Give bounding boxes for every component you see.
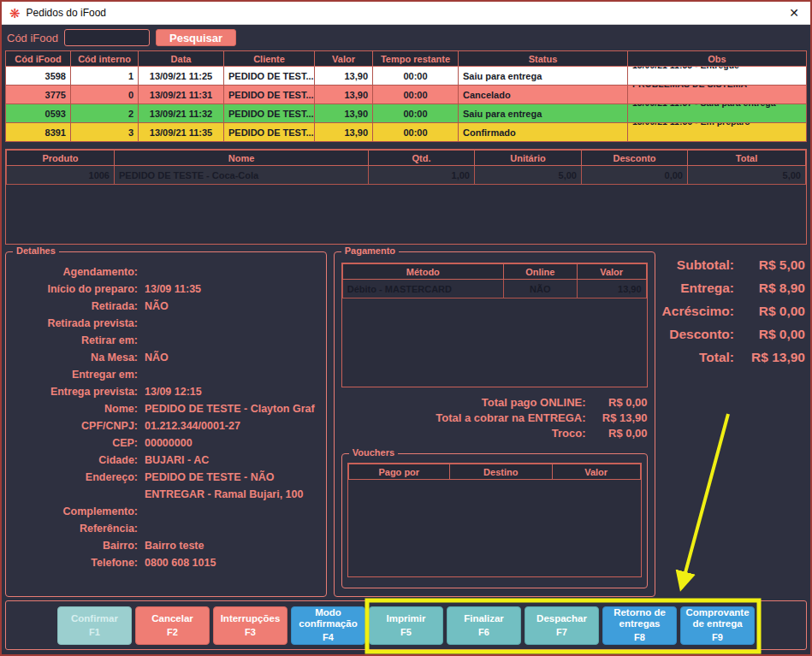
status-cell: Saiu para entrega — [459, 67, 628, 86]
obs-text: 13/09/21 11:33 - Entregue — [632, 67, 739, 71]
button-key: F7 — [556, 627, 567, 638]
products-header-unitario: Unitário — [475, 151, 582, 166]
button-key: F6 — [478, 627, 489, 638]
order-row[interactable]: 3775 0 13/09/21 11:31 PEDIDO DE TEST... … — [6, 86, 807, 104]
unitario-cell: 5,00 — [475, 166, 582, 185]
obs-cell: 13/09/21 11:36 - Em preparo — [628, 123, 807, 142]
close-icon[interactable]: ✕ — [785, 6, 803, 20]
cod-ifood-cell: 8391 — [6, 123, 71, 142]
detail-row: Bairro:Bairro teste — [11, 537, 319, 554]
detail-label: Cidade: — [11, 452, 138, 469]
cod-ifood-cell: 0593 — [6, 104, 71, 123]
detail-value: NÃO — [145, 298, 319, 315]
orders-header-cod-ifood: Cód iFood — [6, 51, 71, 67]
button-key: F5 — [400, 627, 412, 638]
detail-value: BUJARI - AC — [145, 452, 319, 469]
summary-line: Troco:R$ 0,00 — [341, 426, 648, 441]
window-title: Pedidos do iFood — [27, 7, 780, 19]
data-cell: 13/09/21 11:35 — [139, 123, 224, 142]
print-button[interactable]: ImprimirF5 — [369, 606, 443, 645]
title-bar: ❋ Pedidos do iFood ✕ — [2, 2, 810, 25]
detail-value: 00000000 — [145, 434, 319, 452]
order-row[interactable]: 3598 1 13/09/21 11:25 PEDIDO DE TEST... … — [6, 67, 807, 86]
confirmation-mode-button[interactable]: Modo confirmaçãoF4 — [291, 606, 365, 645]
cod-interno-cell: 3 — [71, 123, 139, 142]
detail-value: 01.212.344/0001-27 — [145, 417, 319, 434]
valor-cell: 13,90 — [577, 280, 646, 298]
details-panel: Detalhes Agendamento: Início do preparo:… — [5, 251, 327, 597]
button-label: Finalizar — [464, 613, 504, 624]
products-header-produto: Produto — [7, 151, 115, 166]
obs-cell: PROBLEMAS DE SISTEMA — [628, 86, 807, 104]
orders-header-valor: Valor — [315, 51, 373, 67]
detail-row: Na Mesa:NÃO — [11, 349, 319, 366]
order-row[interactable]: 0593 2 13/09/21 11:32 PEDIDO DE TEST... … — [6, 104, 807, 123]
payment-header-row: Método Online Valor — [342, 264, 646, 280]
finalize-button[interactable]: FinalizarF6 — [447, 606, 521, 645]
detail-value — [145, 315, 319, 332]
detail-value: PEDIDO DE TESTE - Clayton Graf — [145, 400, 319, 417]
button-key: F1 — [89, 627, 100, 638]
obs-text: PROBLEMAS DE SISTEMA — [632, 86, 747, 90]
detail-label: Referência: — [11, 520, 138, 537]
detail-label: Endereço: — [11, 469, 138, 503]
dispatch-button[interactable]: DespacharF7 — [525, 606, 599, 645]
data-cell: 13/09/21 11:25 — [139, 67, 224, 86]
product-row[interactable]: 1006 PEDIDO DE TESTE - Coca-Cola 1,00 5,… — [7, 166, 806, 185]
tempo-cell: 00:00 — [373, 123, 459, 142]
delivery-return-button[interactable]: Retorno de entregasF8 — [602, 606, 677, 645]
status-cell: Saiu para entrega — [459, 104, 628, 123]
detail-label: Bairro: — [11, 537, 138, 554]
detail-value — [145, 332, 319, 349]
detail-label: Retirar em: — [11, 332, 138, 349]
total-value: R$ 8,90 — [740, 276, 805, 299]
detail-label: Na Mesa: — [11, 349, 138, 366]
vouchers-caption: Vouchers — [349, 447, 398, 458]
summary-value: R$ 0,00 — [593, 426, 648, 441]
detail-value: 13/09 12:15 — [145, 383, 319, 400]
interruptions-button[interactable]: InterrupçõesF3 — [213, 606, 287, 645]
payment-row[interactable]: Débito - MASTERCARD NÃO 13,90 — [342, 280, 646, 298]
detail-value: NÃO — [145, 349, 319, 366]
detail-row: Retirada:NÃO — [11, 298, 319, 315]
search-input[interactable] — [64, 29, 150, 46]
detail-row: Entregar em: — [11, 366, 319, 383]
tempo-cell: 00:00 — [373, 67, 459, 86]
total-value: R$ 13,90 — [740, 346, 805, 369]
vouchers-table: Pago por Destino Valor — [347, 463, 642, 577]
total-label: Entrega: — [680, 276, 734, 299]
button-label: Cancelar — [151, 613, 193, 624]
products-header-nome: Nome — [115, 151, 369, 166]
button-label: Despachar — [536, 613, 587, 624]
detail-row: CEP:00000000 — [11, 434, 319, 452]
cod-interno-cell: 0 — [71, 86, 139, 104]
search-bar: Cód iFood Pesquisar — [2, 25, 810, 49]
delivery-receipt-button[interactable]: Comprovante de entregaF9 — [680, 606, 755, 645]
payment-panel: Pagamento Método Online Valor Débito - M… — [334, 251, 655, 597]
total-value: R$ 0,00 — [740, 322, 805, 346]
detail-row: Endereço:PEDIDO DE TESTE - NÃO ENTREGAR … — [11, 469, 319, 503]
confirm-button[interactable]: ConfirmarF1 — [57, 606, 132, 645]
products-header-row: Produto Nome Qtd. Unitário Desconto Tota… — [7, 151, 806, 166]
nome-cell: PEDIDO DE TESTE - Coca-Cola — [115, 166, 369, 185]
detail-value — [145, 520, 319, 537]
detail-label: Entregar em: — [11, 366, 138, 383]
orders-header-tempo: Tempo restante — [373, 51, 459, 67]
detail-label: Entrega prevista: — [11, 383, 138, 400]
summary-line: Total a cobrar na ENTREGA:R$ 13,90 — [341, 411, 648, 426]
action-bar: ConfirmarF1 CancelarF2 InterrupçõesF3 Mo… — [5, 600, 807, 650]
total-value: R$ 5,00 — [740, 253, 805, 276]
desconto-cell: 0,00 — [582, 166, 688, 185]
cod-ifood-cell: 3598 — [6, 67, 71, 86]
orders-header-row: Cód iFood Cód interno Data Cliente Valor… — [6, 51, 807, 67]
cancel-button[interactable]: CancelarF2 — [135, 606, 210, 645]
app-window: ❋ Pedidos do iFood ✕ Cód iFood Pesquisar… — [0, 0, 812, 656]
order-row[interactable]: 8391 3 13/09/21 11:35 PEDIDO DE TEST... … — [6, 123, 807, 142]
summary-value: R$ 0,00 — [593, 395, 648, 411]
tempo-cell: 00:00 — [373, 104, 459, 123]
payment-caption: Pagamento — [341, 245, 399, 256]
payment-summary: Total pago ONLINE:R$ 0,00 Total a cobrar… — [341, 395, 648, 441]
search-button[interactable]: Pesquisar — [156, 29, 236, 46]
detail-value: Bairro teste — [145, 537, 319, 554]
detail-label: Início do preparo: — [11, 281, 138, 298]
